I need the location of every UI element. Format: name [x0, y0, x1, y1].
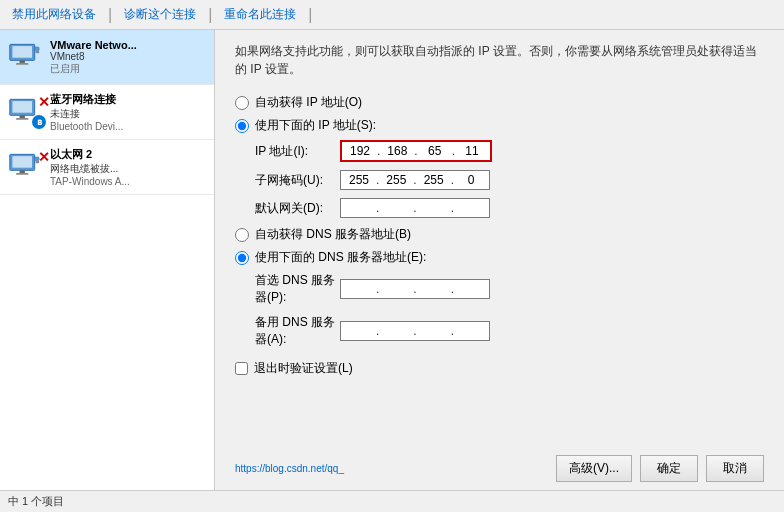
url-text: https://blog.csdn.net/qq_ — [235, 463, 344, 474]
exit-validation-row: 退出时验证设置(L) — [235, 360, 764, 377]
preferred-dns-label: 首选 DNS 服务器(P): — [255, 272, 340, 306]
manual-dns-radio[interactable] — [235, 251, 249, 265]
adns-dot2: . — [413, 324, 416, 338]
adapter-desc-bluetooth: 未连接 — [50, 107, 123, 121]
sep3: | — [308, 6, 312, 24]
adapter-status-tap: TAP-Windows A... — [50, 176, 130, 187]
auto-dns-label[interactable]: 自动获得 DNS 服务器地址(B) — [255, 226, 411, 243]
alternate-dns-label: 备用 DNS 服务器(A): — [255, 314, 340, 348]
gateway-row: 默认网关(D): . . . — [255, 198, 764, 218]
adns-seg3[interactable] — [420, 324, 448, 338]
adapter-status-bluetooth: Bluetooth Devi... — [50, 121, 123, 132]
ip-seg4[interactable] — [458, 144, 486, 158]
disable-network-btn[interactable]: 禁用此网络设备 — [8, 4, 100, 25]
svg-rect-2 — [20, 60, 25, 63]
adapter-info-vmware: VMware Netwo... VMnet8 已启用 — [50, 39, 137, 76]
cancel-button[interactable]: 取消 — [706, 455, 764, 482]
ip-dot3: . — [452, 144, 455, 158]
subnet-row: 子网掩码(U): . . . — [255, 170, 764, 190]
adns-seg2[interactable] — [382, 324, 410, 338]
adapter-info-tap: 以太网 2 网络电缆被拔... TAP-Windows A... — [50, 147, 130, 187]
pdns-dot2: . — [413, 282, 416, 296]
ip-seg2[interactable] — [383, 144, 411, 158]
svg-rect-8 — [20, 115, 25, 118]
alternate-dns-input-group[interactable]: . . . — [340, 321, 490, 341]
adapter-icon-vmware — [8, 42, 44, 72]
subnet-dot1: . — [376, 173, 379, 187]
gateway-seg1[interactable] — [345, 201, 373, 215]
pdns-dot3: . — [451, 282, 454, 296]
ip-settings-panel: 如果网络支持此功能，则可以获取自动指派的 IP 设置。否则，你需要从网络系统管理… — [215, 30, 784, 490]
adns-dot3: . — [451, 324, 454, 338]
gateway-input-group[interactable]: . . . — [340, 198, 490, 218]
adns-dot1: . — [376, 324, 379, 338]
adapter-item-vmware[interactable]: VMware Netwo... VMnet8 已启用 — [0, 30, 214, 85]
gateway-seg4[interactable] — [457, 201, 485, 215]
ip-seg1[interactable] — [346, 144, 374, 158]
button-group: 高级(V)... 确定 取消 — [556, 455, 764, 482]
status-x-bluetooth: ✕ — [38, 95, 50, 109]
subnet-dot3: . — [451, 173, 454, 187]
exit-validate-checkbox[interactable] — [235, 362, 248, 375]
pdns-seg4[interactable] — [457, 282, 485, 296]
manual-ip-radio[interactable] — [235, 119, 249, 133]
auto-ip-radio[interactable] — [235, 96, 249, 110]
ok-button[interactable]: 确定 — [640, 455, 698, 482]
gateway-dot2: . — [413, 201, 416, 215]
manual-dns-label[interactable]: 使用下面的 DNS 服务器地址(E): — [255, 249, 426, 266]
monitor-icon — [8, 42, 40, 68]
bluetooth-badge: ʙ — [32, 115, 46, 129]
sep1: | — [108, 6, 112, 24]
adapter-item-tap[interactable]: ✕ 以太网 2 网络电缆被拔... TAP-Windows A... — [0, 140, 214, 195]
pdns-dot1: . — [376, 282, 379, 296]
auto-dns-radio[interactable] — [235, 228, 249, 242]
gateway-dot3: . — [451, 201, 454, 215]
adapter-status-vmware: 已启用 — [50, 62, 137, 76]
diagnose-btn[interactable]: 诊断这个连接 — [120, 4, 200, 25]
svg-rect-5 — [36, 51, 40, 54]
adapter-desc-vmware: VMnet8 — [50, 51, 137, 62]
dialog-content: 如果网络支持此功能，则可以获取自动指派的 IP 设置。否则，你需要从网络系统管理… — [215, 30, 784, 449]
exit-validate-label[interactable]: 退出时验证设置(L) — [254, 360, 353, 377]
svg-rect-7 — [12, 101, 32, 113]
status-text: 中 1 个项目 — [8, 495, 64, 507]
svg-rect-12 — [20, 170, 25, 173]
adapter-icon-tap: ✕ — [8, 152, 44, 182]
sep2: | — [208, 6, 212, 24]
adns-seg4[interactable] — [457, 324, 485, 338]
subnet-seg4[interactable] — [457, 173, 485, 187]
ip-address-label: IP 地址(I): — [255, 143, 340, 160]
subnet-seg2[interactable] — [382, 173, 410, 187]
pdns-seg1[interactable] — [345, 282, 373, 296]
info-text: 如果网络支持此功能，则可以获取自动指派的 IP 设置。否则，你需要从网络系统管理… — [235, 42, 764, 78]
subnet-label: 子网掩码(U): — [255, 172, 340, 189]
auto-dns-row: 自动获得 DNS 服务器地址(B) — [235, 226, 764, 243]
auto-ip-label[interactable]: 自动获得 IP 地址(O) — [255, 94, 362, 111]
subnet-input-group[interactable]: . . . — [340, 170, 490, 190]
subnet-seg3[interactable] — [420, 173, 448, 187]
gateway-seg3[interactable] — [420, 201, 448, 215]
toolbar: 禁用此网络设备 | 诊断这个连接 | 重命名此连接 | — [0, 0, 784, 30]
ip-address-input-group[interactable]: . . . — [340, 140, 492, 162]
main-content: VMware Netwo... VMnet8 已启用 ʙ ✕ — [0, 30, 784, 490]
svg-rect-13 — [16, 173, 28, 175]
adns-seg1[interactable] — [345, 324, 373, 338]
gateway-dot1: . — [376, 201, 379, 215]
pdns-seg2[interactable] — [382, 282, 410, 296]
advanced-button[interactable]: 高级(V)... — [556, 455, 632, 482]
manual-ip-label[interactable]: 使用下面的 IP 地址(S): — [255, 117, 376, 134]
pdns-seg3[interactable] — [420, 282, 448, 296]
status-x-tap: ✕ — [38, 150, 50, 164]
rename-btn[interactable]: 重命名此连接 — [220, 4, 300, 25]
subnet-seg1[interactable] — [345, 173, 373, 187]
manual-dns-row: 使用下面的 DNS 服务器地址(E): — [235, 249, 764, 266]
adapter-item-bluetooth[interactable]: ʙ ✕ 蓝牙网络连接 未连接 Bluetooth Devi... — [0, 85, 214, 140]
ip-seg3[interactable] — [421, 144, 449, 158]
adapter-name-vmware: VMware Netwo... — [50, 39, 137, 51]
tap-monitor-icon — [8, 152, 40, 178]
preferred-dns-input-group[interactable]: . . . — [340, 279, 490, 299]
adapter-name-bluetooth: 蓝牙网络连接 — [50, 92, 123, 107]
svg-rect-11 — [12, 156, 32, 168]
gateway-seg2[interactable] — [382, 201, 410, 215]
adapter-info-bluetooth: 蓝牙网络连接 未连接 Bluetooth Devi... — [50, 92, 123, 132]
